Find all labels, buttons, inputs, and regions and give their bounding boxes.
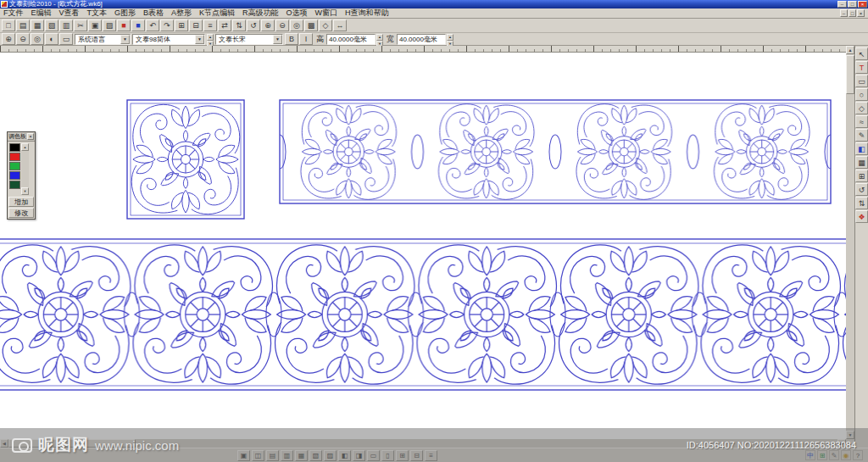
plot-output-button[interactable]: ▣	[237, 450, 250, 461]
scroll-right-button[interactable]: ▶	[837, 439, 846, 448]
object-small-square-pattern[interactable]	[127, 100, 244, 219]
edit-color-button[interactable]: 修改	[8, 208, 34, 218]
language-select[interactable]: 系统语言 ▼	[75, 34, 131, 45]
scroll-left-button[interactable]: ◀	[0, 439, 8, 448]
rotate-tool[interactable]: ↺	[855, 183, 868, 196]
mirror-v-button[interactable]: ⇅	[232, 19, 246, 31]
color-swatch[interactable]	[9, 143, 20, 152]
rect-tool[interactable]: ▭	[855, 75, 868, 87]
grid-button[interactable]: ▩	[304, 19, 318, 31]
width-input[interactable]: 40.0000毫米	[397, 34, 446, 45]
font-style-select[interactable]: 文泰长宋 ▼	[215, 34, 283, 45]
palette-scroll-track[interactable]	[21, 151, 29, 187]
order-tool[interactable]: ⇅	[855, 197, 868, 209]
color-palette-titlebar[interactable]: 调色板 ×	[8, 132, 35, 142]
node-button[interactable]: ◇	[319, 19, 332, 31]
font-select[interactable]: 文泰98简体 ▼	[132, 34, 205, 45]
close-button[interactable]: ×	[858, 1, 867, 8]
object-large-band-pattern[interactable]	[0, 239, 846, 390]
menu-item[interactable]: E编辑	[31, 8, 52, 19]
menu-item[interactable]: A整形	[171, 8, 192, 19]
zoom-fit-button[interactable]: ◎	[290, 19, 303, 31]
spinner-up-icon[interactable]: ▲	[207, 34, 214, 41]
select-tool[interactable]: ↖	[855, 47, 868, 60]
italic-button[interactable]: I	[299, 33, 313, 45]
table-tool[interactable]: ⊞	[855, 170, 868, 182]
copy-button[interactable]: ▣	[88, 19, 102, 31]
keyboard-indicator[interactable]: ⊞	[817, 450, 827, 460]
open-button[interactable]: ▤	[16, 19, 30, 31]
fill-tool[interactable]: ◧	[855, 142, 868, 155]
vertical-scrollbar[interactable]: ▲ ▼	[846, 46, 854, 439]
horizontal-scrollbar[interactable]: ◀ ▶	[0, 439, 846, 448]
object-wide-band-pattern[interactable]	[280, 100, 831, 203]
zoom-out-view-button[interactable]: ⊖	[16, 33, 30, 45]
mirror-h-button[interactable]: ⇄	[218, 19, 231, 31]
align-button[interactable]: ≡	[203, 19, 217, 31]
print-button[interactable]: ▥	[59, 19, 73, 31]
cut-output-button[interactable]: ◫	[252, 450, 264, 461]
scroll-up-button[interactable]: ▲	[21, 143, 29, 151]
scroll-down-button[interactable]: ▼	[21, 187, 29, 195]
font-size-stepper[interactable]: ▲ ▼	[207, 34, 214, 45]
drawing-canvas[interactable]	[0, 53, 846, 439]
mdi-window-button[interactable]: ×	[857, 9, 865, 17]
sound-indicator[interactable]: ◉	[841, 450, 851, 460]
spinner-up-icon[interactable]: ▲	[376, 34, 383, 41]
add-color-button[interactable]: 增加	[8, 197, 34, 207]
bold-button[interactable]: B	[285, 33, 298, 45]
menu-item[interactable]: H查询和帮助	[345, 8, 389, 19]
rotate-button[interactable]: ↺	[247, 19, 260, 31]
color-blue-button[interactable]: ■	[131, 19, 145, 31]
width-stepper[interactable]: ▲ ▼	[447, 34, 453, 45]
menu-item[interactable]: O选项	[287, 8, 308, 19]
minimize-button[interactable]: –	[837, 1, 847, 8]
ime-mode-indicator[interactable]: ✎	[829, 450, 839, 460]
color-red-button[interactable]: ■	[117, 19, 131, 31]
palette-scrollbar[interactable]: ▲ ▼	[21, 143, 29, 195]
curve-tool[interactable]: ≈	[855, 115, 868, 128]
zoom-page-button[interactable]: ◎	[31, 33, 44, 45]
text-tool[interactable]: T	[855, 61, 868, 74]
zoom-in-view-button[interactable]: ⊕	[2, 33, 15, 45]
ungroup-button[interactable]: ⊟	[189, 19, 203, 31]
color-swatch[interactable]	[9, 162, 20, 170]
menu-item[interactable]: B表格	[143, 8, 164, 19]
zoom-in-button[interactable]: ⊕	[261, 19, 275, 31]
redo-button[interactable]: ↷	[160, 19, 174, 31]
menu-item[interactable]: G图形	[114, 8, 136, 19]
measure-button[interactable]: ↔	[333, 19, 347, 31]
grid-tool[interactable]: ▦	[855, 156, 868, 169]
library-tool[interactable]: ❖	[855, 210, 868, 223]
settings-button[interactable]: ≡	[425, 450, 437, 461]
select-region-button[interactable]: ▭	[59, 33, 73, 45]
spinner-up-icon[interactable]: ▲	[447, 34, 453, 41]
paste-button[interactable]: ▨	[103, 19, 116, 31]
ruler-toggle-button[interactable]: ◨	[353, 450, 365, 461]
report-button[interactable]: ⊞	[396, 450, 409, 461]
zoom-out-button[interactable]: ⊖	[275, 19, 289, 31]
mdi-window-button[interactable]: –	[840, 9, 848, 17]
mdi-window-button[interactable]: □	[849, 9, 856, 17]
export-button[interactable]: ⊟	[410, 450, 423, 461]
measure-tool-button[interactable]: ▯	[381, 450, 394, 461]
page-setup-button[interactable]: ▨	[324, 450, 337, 461]
menu-item[interactable]: K节点编辑	[199, 8, 235, 19]
scroll-down-button[interactable]: ▼	[846, 431, 854, 439]
color-swatch[interactable]	[9, 153, 20, 161]
new-button[interactable]: □	[2, 19, 15, 31]
print-output-button[interactable]: ▤	[266, 450, 279, 461]
menu-item[interactable]: R高级功能	[242, 8, 279, 19]
color-swatch[interactable]	[9, 181, 20, 189]
menu-item[interactable]: F文件	[3, 8, 24, 19]
menu-item[interactable]: T文本	[87, 8, 108, 19]
close-icon[interactable]: ×	[27, 133, 34, 140]
simulate-button[interactable]: ▥	[281, 450, 293, 461]
cut-button[interactable]: ✂	[74, 19, 87, 31]
node-edit-tool[interactable]: ✎	[855, 129, 868, 142]
help-indicator[interactable]: ?	[853, 450, 863, 460]
grid-toggle-button[interactable]: ◧	[338, 450, 351, 461]
maximize-button[interactable]: □	[848, 1, 857, 8]
preview-button[interactable]: ▦	[295, 450, 308, 461]
menu-item[interactable]: V查看	[59, 8, 80, 19]
